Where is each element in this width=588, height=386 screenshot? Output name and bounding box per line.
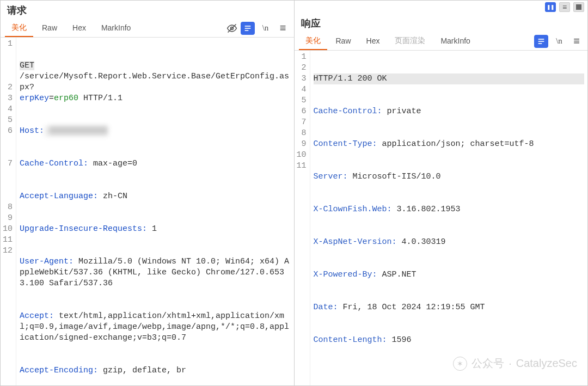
main-container: 请求 美化 Raw Hex MarkInfo \n ≡ 1 2 3 4 5 6	[0, 0, 588, 386]
pause-button[interactable]	[545, 2, 556, 12]
tab-beautify[interactable]: 美化	[5, 20, 33, 37]
response-pane: ≡ 响应 美化 Raw Hex 页面渲染 MarkInfo \n ≡ 1 2 3…	[295, 1, 588, 385]
tab-raw[interactable]: Raw	[35, 20, 64, 36]
request-pane: 请求 美化 Raw Hex MarkInfo \n ≡ 1 2 3 4 5 6	[1, 1, 295, 385]
newline-icon-resp[interactable]: \n	[553, 35, 566, 48]
control-button-1[interactable]: ≡	[559, 2, 570, 12]
request-tab-row: 美化 Raw Hex MarkInfo \n ≡	[1, 19, 294, 38]
visibility-off-icon[interactable]	[225, 22, 238, 35]
tab-markinfo[interactable]: MarkInfo	[95, 20, 137, 36]
request-line-1: GET/service/Mysoft.Report.Web.Service.Ba…	[20, 60, 290, 104]
tab-hex[interactable]: Hex	[66, 20, 93, 36]
response-gutter: 1 2 3 4 5 6 7 8 9 10 11	[295, 51, 310, 385]
request-code-area[interactable]: 1 2 3 4 5 6 7 8 9 10 11 12 GET/service/M…	[1, 38, 294, 385]
tab-render-resp[interactable]: 页面渲染	[388, 33, 432, 50]
request-title: 请求	[1, 1, 294, 19]
response-tab-row: 美化 Raw Hex 页面渲染 MarkInfo \n ≡	[295, 32, 588, 51]
control-button-2[interactable]	[573, 2, 584, 12]
tab-markinfo-resp[interactable]: MarkInfo	[434, 33, 476, 50]
response-code-area[interactable]: 1 2 3 4 5 6 7 8 9 10 11 HTTP/1.1 200 OK …	[295, 51, 588, 385]
newline-icon[interactable]: \n	[259, 22, 272, 35]
wrap-icon[interactable]	[241, 22, 255, 35]
tab-beautify-resp[interactable]: 美化	[299, 33, 327, 50]
response-title: 响应	[295, 14, 588, 32]
request-gutter: 1 2 3 4 5 6 7 8 9 10 11 12	[1, 38, 16, 385]
status-line: HTTP/1.1 200 OK	[314, 73, 584, 84]
top-controls: ≡	[295, 1, 588, 14]
tab-raw-resp[interactable]: Raw	[329, 33, 358, 50]
menu-icon-resp[interactable]: ≡	[570, 35, 583, 48]
request-code[interactable]: GET/service/Mysoft.Report.Web.Service.Ba…	[16, 38, 293, 385]
tab-hex-resp[interactable]: Hex	[360, 33, 387, 50]
response-code[interactable]: HTTP/1.1 200 OK Cache-Control: private C…	[310, 51, 587, 385]
wrap-icon-resp[interactable]	[534, 35, 548, 48]
menu-icon[interactable]: ≡	[277, 22, 290, 35]
request-line-host: Host: ████████████	[20, 126, 290, 137]
